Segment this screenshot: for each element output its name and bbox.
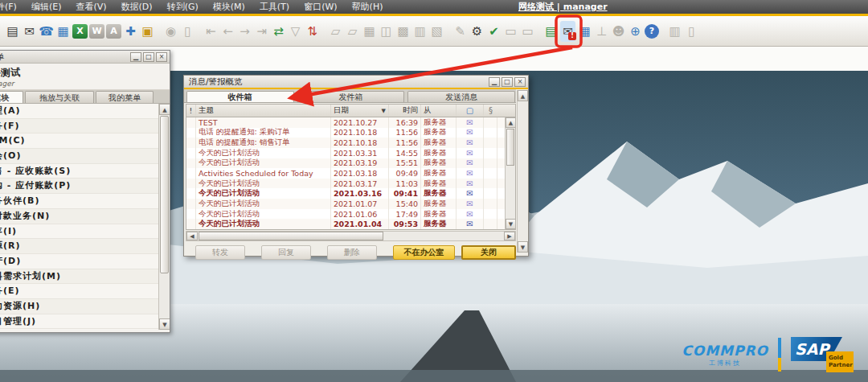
message-attachment-cell (484, 209, 497, 220)
message-row[interactable]: 今天的已计划活动2021.03.1609:41服务器✉ (186, 188, 515, 199)
close-dialog-button[interactable]: 关闭 (461, 245, 516, 260)
module-menu-item[interactable]: CRM(C) (0, 133, 170, 149)
grid-scroll-down-icon[interactable]: ▼ (506, 219, 515, 229)
form-settings-icon[interactable]: ⚙ (469, 21, 485, 42)
navigation-cross-icon[interactable]: ✚ (123, 21, 138, 42)
grid-vertical-scrollbar[interactable]: ▲ ▼ (505, 117, 515, 229)
message-row[interactable]: 今天的已计划活动2021.03.1711:03服务器✉ (186, 179, 515, 189)
col-date[interactable]: 日期 ▼ (331, 105, 389, 117)
module-menu-item[interactable]: 库存(I) (0, 224, 170, 240)
menubar-item[interactable]: 编辑(E) (24, 1, 69, 13)
excel-export-icon[interactable]: X (72, 24, 88, 39)
messages-alerts-dialog: 消息/警报概览 ▁ □ × 收件箱 发件箱 发送消息 ! 主题 日期 ▼ 时间 (183, 75, 529, 257)
scroll-left-icon[interactable]: ◀ (186, 232, 198, 240)
message-row[interactable]: 今天的已计划活动2021.01.0715:40服务器✉ (186, 199, 515, 209)
printer-icon[interactable]: ▤ (5, 21, 20, 42)
lock-screen-icon[interactable]: ▣ (140, 21, 155, 42)
message-row[interactable]: 电话 的提醒通知: 销售订单2021.10.1811:56服务器✉ (186, 138, 515, 148)
message-row[interactable]: Activities Scheduled for Today2021.03.18… (186, 168, 515, 179)
module-menu-item[interactable]: 项目管理(J) (0, 314, 170, 330)
menubar-item[interactable]: 查看(V) (68, 1, 113, 13)
menubar-item[interactable]: 转到(G) (160, 1, 206, 13)
message-row[interactable]: 电话 的提醒通知: 采购订单2021.10.1811:56服务器✉ (186, 128, 515, 138)
grid-scroll-thumb[interactable] (506, 129, 514, 166)
message-row[interactable]: TEST2021.10.2716:39服务器✉ (186, 117, 515, 128)
tab-modules[interactable]: 模块 (0, 91, 23, 103)
dialog-scroll-up-icon[interactable]: ▲ (518, 90, 528, 101)
tab-my-menu[interactable]: 我的菜单 (96, 91, 154, 103)
module-menu-item[interactable]: 收付款业务(N) (0, 209, 170, 224)
dialog-titlebar[interactable]: 消息/警报概览 ▁ □ × (184, 76, 528, 89)
module-menu-item[interactable]: 业务伙伴(B) (0, 194, 170, 209)
tab-outbox[interactable]: 发件箱 (297, 91, 405, 102)
partner-branding: COMMPRO 工博科技 SAP Gold Partner (682, 337, 854, 372)
duplicate-icon: ▱ (328, 21, 343, 42)
scroll-right-icon[interactable]: ▶ (504, 232, 515, 240)
copy-icon: ▱ (345, 21, 360, 42)
refresh-icon[interactable]: ⇄ (271, 21, 286, 42)
col-time[interactable]: 时间 (389, 105, 421, 117)
dialog-scroll-down-icon[interactable]: ▼ (518, 241, 528, 253)
message-date: 2021.03.17 (331, 179, 389, 189)
col-alert[interactable]: ! (186, 105, 196, 117)
tab-drag-and-relate[interactable]: 拖放与关联 (25, 91, 94, 103)
help-icon[interactable]: ? (645, 24, 659, 39)
main-menu-titlebar[interactable]: 主菜单 ▁ □ × (0, 51, 170, 64)
module-menu-item[interactable]: 销售 - 应收账款(S) (0, 164, 170, 179)
col-from[interactable]: 从 (421, 105, 457, 117)
close-button[interactable]: × (156, 52, 167, 62)
grid-horizontal-scrollbar[interactable]: ◀ ▶ (186, 231, 516, 241)
approval-icon[interactable]: ✔ (486, 21, 502, 42)
alerts-icon[interactable]: ✉ (560, 21, 575, 42)
menubar-item[interactable]: 帮助(H) (345, 1, 391, 13)
module-menu-item[interactable]: 服务(E) (0, 284, 170, 299)
module-menu-item[interactable]: 物料需求计划(M) (0, 269, 170, 285)
menubar-item[interactable]: 文件(F) (0, 1, 24, 13)
tab-inbox[interactable]: 收件箱 (186, 91, 294, 102)
sort-icon[interactable]: ⇅ (305, 21, 320, 42)
calendar-icon[interactable]: ▦ (577, 21, 592, 42)
message-row[interactable]: 今天的已计划活动2021.03.1915:51服务器✉ (186, 158, 515, 169)
brand-divider (778, 338, 781, 372)
grid-scroll-up-icon[interactable]: ▲ (506, 117, 515, 128)
email-icon[interactable]: ✉ (22, 21, 37, 42)
message-envelope-icon: ✉ (457, 209, 484, 220)
module-menu-item[interactable]: 采购 - 应付账款(P) (0, 179, 170, 194)
maximize-button[interactable]: □ (143, 52, 154, 62)
scroll-down-icon[interactable]: ▼ (159, 318, 170, 330)
dialog-minimize-button[interactable]: ▁ (489, 77, 500, 87)
module-menu-item[interactable]: 生产(D) (0, 254, 170, 269)
schedule-icon[interactable]: ⊕ (628, 21, 643, 42)
document-column-icon[interactable]: ▢ (457, 105, 484, 117)
minimize-button[interactable]: ▁ (130, 52, 141, 62)
dialog-scrollbar[interactable]: ▲ ▼ (517, 90, 527, 253)
menu-scrollbar[interactable]: ▲ ▼ (158, 104, 170, 330)
module-menu-item[interactable]: 资源(R) (0, 239, 170, 254)
module-menu-item[interactable]: 财务(F) (0, 119, 170, 134)
tab-send-message[interactable]: 发送消息 (407, 91, 515, 102)
dialog-close-button[interactable]: × (514, 77, 526, 87)
dialog-maximize-button[interactable]: □ (502, 77, 513, 87)
menubar-item[interactable]: 工具(T) (252, 1, 297, 13)
todo-list-icon[interactable]: ▤ (543, 21, 559, 42)
message-date: 2021.01.04 (331, 219, 389, 229)
scroll-thumb[interactable] (160, 116, 169, 273)
message-row[interactable]: 今天的已计划活动2021.01.0617:49服务器✉ (186, 209, 515, 220)
message-row[interactable]: 今天的已计划活动2021.01.0409:53服务器✉ (186, 219, 515, 229)
menubar-item[interactable]: 数据(D) (114, 1, 160, 13)
module-menu-item[interactable]: 机会(O) (0, 149, 170, 164)
sms-icon[interactable]: ☎ (39, 21, 54, 42)
menubar-item[interactable]: 窗口(W) (297, 1, 344, 13)
col-subject[interactable]: 主题 (196, 105, 331, 117)
module-menu-item[interactable]: 人力资源(H) (0, 299, 170, 314)
out-of-office-button[interactable]: 不在办公室 (393, 245, 455, 260)
attachment-icon[interactable]: § (484, 105, 497, 117)
hscroll-thumb[interactable] (199, 232, 383, 240)
message-row[interactable]: 今天的已计划活动2021.03.3114:55服务器✉ (186, 148, 515, 158)
menubar-item[interactable]: 模块(M) (206, 1, 252, 13)
fax-icon[interactable]: ▦ (55, 21, 71, 42)
scroll-up-icon[interactable]: ▲ (159, 104, 170, 115)
message-attachment-cell (484, 219, 497, 229)
cell (186, 128, 196, 138)
module-menu-item[interactable]: 管理(A) (0, 104, 170, 119)
